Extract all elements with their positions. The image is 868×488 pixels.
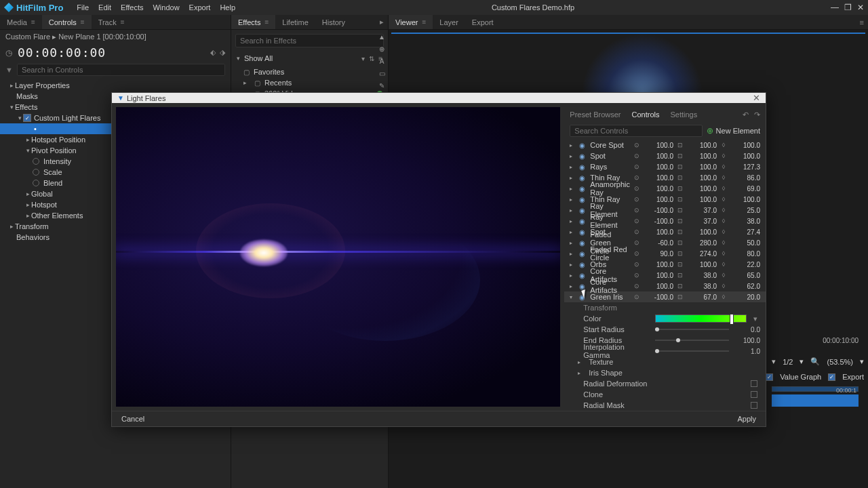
breadcrumb[interactable]: Custom Flare ▸ New Plane 1 [00:00:10:00]	[0, 30, 231, 44]
expand-icon[interactable]: ▸	[570, 175, 576, 181]
sort-icon[interactable]: ⇅	[369, 55, 374, 62]
search-effects-input[interactable]	[235, 34, 384, 47]
cancel-button[interactable]: Cancel	[121, 415, 144, 423]
checkbox-icon[interactable]	[751, 380, 757, 387]
sub-transform[interactable]: Transform	[564, 302, 766, 313]
timeline-ruler[interactable]: 00:00:1	[772, 386, 859, 392]
sub-color[interactable]: Color▾	[564, 313, 766, 324]
element-value[interactable]: -100.0	[644, 293, 673, 301]
element-row[interactable]: ▾ ◉ Green Iris ⊙-100.0 ⊡67.0 ◊20.0	[564, 291, 766, 302]
element-value[interactable]: 22.0	[730, 261, 760, 268]
expand-icon[interactable]: ▸	[570, 164, 576, 170]
element-value[interactable]: 38.0	[687, 272, 717, 279]
expand-icon[interactable]: ▸	[570, 272, 576, 279]
element-value[interactable]: 38.0	[687, 283, 717, 290]
visibility-icon[interactable]: ◉	[579, 250, 587, 258]
text-tool-icon[interactable]: A	[376, 56, 387, 66]
keyframe-prev-icon[interactable]: ⬖	[210, 48, 216, 57]
chevron-down-icon[interactable]: ▾	[800, 357, 804, 366]
keyframe-icon[interactable]	[33, 158, 39, 165]
element-value[interactable]: 100.0	[644, 163, 673, 171]
tab-menu-icon[interactable]: ≡	[81, 18, 85, 26]
element-value[interactable]: 37.0	[687, 218, 717, 225]
element-value[interactable]: 86.0	[730, 174, 760, 182]
expand-icon[interactable]: ▸	[570, 283, 576, 289]
visibility-icon[interactable]: ◉	[579, 207, 587, 214]
element-value[interactable]: -100.0	[644, 218, 673, 225]
expand-icon[interactable]: ▸	[570, 142, 576, 148]
checkbox-icon[interactable]: ✓	[828, 373, 835, 381]
element-value[interactable]: 100.0	[644, 174, 673, 182]
tab-media[interactable]: Media≡	[0, 15, 42, 29]
visibility-icon[interactable]: ◉	[579, 272, 587, 279]
visibility-icon[interactable]: ◉	[579, 174, 587, 182]
export-toggle[interactable]: Export	[842, 373, 864, 381]
checkbox-icon[interactable]: ✓	[23, 114, 31, 122]
sub-start-radius[interactable]: Start Radius0.0	[564, 324, 766, 335]
visibility-icon[interactable]: ◉	[579, 142, 587, 149]
dialog-close-button[interactable]: ✕	[753, 93, 760, 103]
ratio-display[interactable]: 1/2	[783, 358, 793, 366]
mask-tool-icon[interactable]: ▭	[376, 68, 387, 79]
sub-texture[interactable]: ▸Texture	[564, 357, 766, 367]
pen-tool-icon[interactable]: ✎	[376, 80, 387, 91]
tab-overflow-icon[interactable]: ▸	[380, 18, 384, 26]
tab-controls[interactable]: Controls	[632, 110, 660, 119]
slider[interactable]	[655, 337, 729, 344]
chevron-down-icon[interactable]: ▾	[751, 314, 760, 323]
element-value[interactable]: 100.0	[687, 163, 717, 171]
tab-menu-icon[interactable]: ≡	[31, 18, 35, 26]
menu-help[interactable]: Help	[220, 3, 235, 12]
menu-window[interactable]: Window	[153, 3, 179, 12]
tab-viewer[interactable]: Viewer≡	[389, 15, 433, 29]
filter-icon[interactable]: ▾	[361, 55, 365, 62]
element-value[interactable]: 38.0	[730, 218, 760, 225]
maximize-button[interactable]: ❐	[844, 3, 852, 12]
element-value[interactable]: 100.0	[644, 261, 673, 268]
apply-button[interactable]: Apply	[737, 415, 756, 423]
visibility-icon[interactable]: ◉	[579, 196, 587, 203]
element-row[interactable]: ▸ ◉ Anamorphic Ray ⊙100.0 ⊡100.0 ◊69.0	[564, 183, 766, 194]
element-value[interactable]: 100.0	[687, 174, 717, 182]
expand-icon[interactable]: ▾	[570, 294, 576, 300]
tab-track[interactable]: Track≡	[92, 15, 132, 29]
element-value[interactable]: 100.0	[644, 272, 673, 279]
tab-preset-browser[interactable]: Preset Browser	[570, 110, 620, 119]
checkbox-icon[interactable]	[751, 391, 757, 398]
zoom-icon[interactable]: 🔍	[810, 357, 820, 366]
new-element-button[interactable]: ⊕New Element	[707, 126, 760, 136]
element-value[interactable]: 100.0	[644, 185, 673, 192]
element-value[interactable]: 280.0	[687, 239, 717, 247]
element-value[interactable]: 50.0	[730, 239, 760, 247]
filter-icon[interactable]: ▼	[5, 66, 13, 74]
tab-export[interactable]: Export	[465, 15, 500, 29]
tab-menu-icon[interactable]: ≡	[264, 18, 269, 26]
tab-lifetime[interactable]: Lifetime	[275, 15, 315, 29]
element-value[interactable]: 100.0	[730, 196, 760, 203]
element-value[interactable]: 100.0	[644, 152, 673, 160]
element-row[interactable]: ▸ ◉ Faded Red Circle ⊙90.0 ⊡274.0 ◊80.0	[564, 248, 766, 259]
sub-radial-deformation[interactable]: Radial Deformation	[564, 378, 766, 389]
tab-menu-icon[interactable]: ≡	[121, 18, 125, 26]
checkbox-icon[interactable]: ✓	[766, 373, 773, 381]
undo-icon[interactable]: ↶	[743, 110, 749, 119]
sub-clone[interactable]: Clone	[564, 389, 766, 400]
element-value[interactable]: 100.0	[687, 196, 717, 203]
element-value[interactable]: -100.0	[644, 207, 673, 214]
element-value[interactable]: 80.0	[730, 250, 760, 258]
expand-icon[interactable]: ▸	[570, 251, 576, 257]
element-row[interactable]: ▸ ◉ Spot ⊙100.0 ⊡100.0 ◊100.0	[564, 150, 766, 161]
effects-filter[interactable]: ▾Show All ▾⇅≡	[231, 52, 388, 65]
expand-icon[interactable]: ▸	[570, 153, 576, 159]
timecode[interactable]: 00:00:00:00	[18, 45, 106, 60]
checkbox-icon[interactable]	[751, 402, 757, 409]
keyframe-icon[interactable]	[33, 169, 39, 176]
viewer-canvas[interactable]	[391, 33, 865, 34]
element-value[interactable]: 100.0	[687, 228, 717, 236]
expand-icon[interactable]: ▸	[570, 197, 576, 203]
keyframe-icon[interactable]	[33, 180, 39, 186]
visibility-icon[interactable]: ◉	[579, 239, 587, 247]
element-value[interactable]: 90.0	[644, 250, 673, 258]
element-row[interactable]: ▸ ◉ Core Artifacts ⊙100.0 ⊡38.0 ◊62.0	[564, 281, 766, 291]
expand-icon[interactable]: ▸	[570, 240, 576, 246]
